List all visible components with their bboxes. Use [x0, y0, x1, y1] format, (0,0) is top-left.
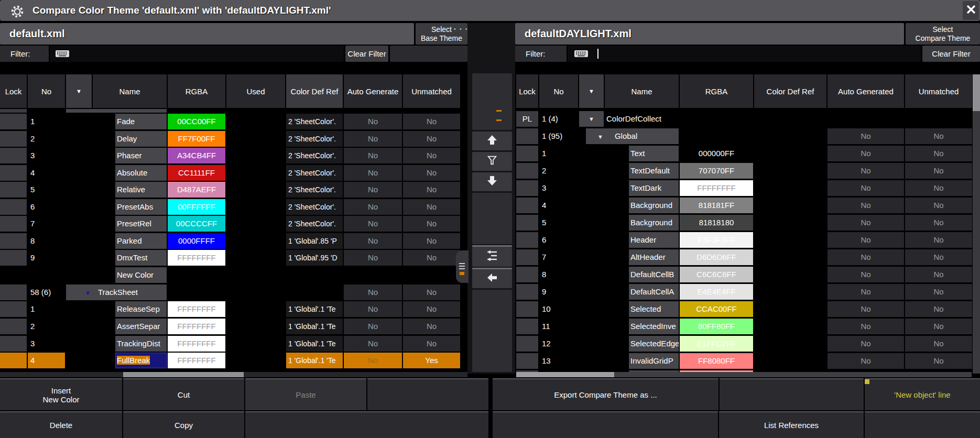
- lock-cell[interactable]: [516, 284, 538, 300]
- base-col-no[interactable]: No: [28, 74, 65, 108]
- unmatched-cell[interactable]: No: [403, 336, 460, 352]
- compare-col-autogenerated[interactable]: Auto Generated: [827, 74, 904, 108]
- rgba-cell[interactable]: FFFFFFFF: [168, 353, 225, 368]
- auto-generated-cell[interactable]: No: [827, 267, 904, 282]
- name-cell[interactable]: AssertSepar: [115, 319, 167, 334]
- rgba-cell[interactable]: F3F3F3FF: [680, 232, 753, 248]
- name-cell[interactable]: AltHeader: [629, 249, 679, 265]
- unmatched-cell[interactable]: No: [403, 319, 460, 334]
- name-cell[interactable]: DefaultCellA: [629, 284, 679, 300]
- lock-cell[interactable]: [516, 301, 538, 317]
- footer-empty-button[interactable]: [367, 378, 488, 410]
- name-cell[interactable]: Delay: [115, 131, 167, 147]
- color-def-ref-cell[interactable]: 2 'SheetColor'.: [286, 114, 343, 129]
- auto-generated-cell[interactable]: No: [827, 284, 904, 300]
- copy-to-left-button[interactable]: [472, 269, 512, 288]
- paste-button[interactable]: Paste: [245, 378, 366, 410]
- auto-generated-cell[interactable]: No: [827, 353, 904, 369]
- name-cell[interactable]: ReleaseSep: [115, 301, 167, 317]
- compare-col-lock[interactable]: Lock: [516, 74, 538, 108]
- lock-cell[interactable]: [0, 284, 27, 300]
- auto-generated-cell[interactable]: No: [344, 148, 402, 163]
- lock-cell[interactable]: [0, 353, 27, 368]
- color-def-ref-cell[interactable]: 1 'Global'.85 'P: [286, 233, 343, 249]
- base-hscrollbar-track[interactable]: [0, 372, 467, 377]
- auto-generated-cell[interactable]: No: [344, 114, 402, 129]
- keyboard-icon[interactable]: [574, 50, 589, 60]
- base-filter-input[interactable]: [50, 46, 344, 62]
- lock-cell[interactable]: [0, 182, 27, 198]
- color-def-ref-cell[interactable]: 2 'SheetColor'.: [286, 148, 343, 163]
- lock-cell[interactable]: [0, 148, 27, 163]
- keyboard-icon[interactable]: [55, 50, 70, 60]
- rgba-cell[interactable]: E1FFC2FF: [680, 336, 753, 352]
- collapse-triangle-icon[interactable]: ▼: [586, 134, 615, 140]
- rgba-cell[interactable]: 00CCCCFF: [168, 216, 225, 232]
- lock-cell[interactable]: [0, 250, 27, 266]
- auto-generated-cell[interactable]: No: [827, 336, 904, 352]
- rgba-cell[interactable]: FFFFFFFF: [168, 250, 225, 266]
- base-col-rgba[interactable]: RGBA: [168, 74, 225, 108]
- lock-cell[interactable]: [516, 267, 538, 282]
- base-hscrollbar-thumb[interactable]: [123, 372, 244, 377]
- select-compare-theme-button[interactable]: Select Compare Theme: [906, 23, 980, 45]
- base-col-autogenerated[interactable]: Auto Generate: [344, 74, 402, 108]
- auto-generated-cell[interactable]: No: [827, 301, 904, 317]
- color-def-ref-cell[interactable]: 2 'SheetColor'.: [286, 182, 343, 198]
- collapse-triangle-icon[interactable]: ▼: [66, 290, 98, 296]
- compare-hscrollbar-track[interactable]: [516, 372, 972, 377]
- auto-generated-cell[interactable]: No: [344, 182, 402, 198]
- auto-generated-cell[interactable]: No: [344, 336, 402, 352]
- unmatched-cell[interactable]: No: [905, 215, 972, 231]
- name-cell[interactable]: Absolute: [115, 165, 167, 181]
- name-cell[interactable]: Header: [629, 232, 679, 248]
- base-col-unmatched[interactable]: Unmatched: [403, 74, 460, 108]
- lock-cell[interactable]: [516, 146, 538, 161]
- lock-cell[interactable]: [0, 233, 27, 249]
- compare-col-filter-dropdown[interactable]: ▼: [579, 74, 604, 108]
- name-cell[interactable]: Fade: [115, 114, 167, 129]
- name-cell[interactable]: TextDark: [629, 180, 679, 196]
- auto-generated-cell[interactable]: No: [827, 198, 904, 213]
- color-def-ref-cell[interactable]: 2 'SheetColor'.: [286, 131, 343, 147]
- name-cell[interactable]: PresetAbs: [115, 199, 167, 215]
- rgba-cell[interactable]: 80FF80FF: [680, 319, 753, 334]
- lock-cell[interactable]: [0, 336, 27, 352]
- collapse-triangle-icon[interactable]: ▼: [579, 111, 604, 127]
- new-object-line-button[interactable]: 'New object' line: [865, 378, 980, 410]
- compare-vscrollbar-thumb[interactable]: [973, 74, 980, 111]
- name-cell[interactable]: DmxTest: [115, 250, 167, 266]
- name-cell[interactable]: Phaser: [115, 148, 167, 163]
- partial-group-row-sliver[interactable]: [66, 109, 167, 113]
- rgba-cell[interactable]: 81818180: [680, 215, 753, 231]
- unmatched-cell[interactable]: No: [403, 199, 460, 215]
- unmatched-cell[interactable]: No: [905, 128, 972, 144]
- root-group-label[interactable]: ColorDefCollect: [606, 111, 722, 127]
- rgba-cell[interactable]: D6D6D6FF: [680, 249, 753, 265]
- insert-new-color-button[interactable]: Insert New Color: [0, 378, 122, 410]
- auto-generated-cell[interactable]: No: [344, 233, 402, 249]
- name-cell[interactable]: Background: [629, 198, 679, 213]
- lock-cell[interactable]: [516, 249, 538, 265]
- base-col-name[interactable]: Name: [93, 74, 167, 108]
- auto-generated-cell[interactable]: No: [827, 146, 904, 161]
- export-compare-theme-button[interactable]: Export Compare Theme as ...: [493, 378, 718, 410]
- color-def-ref-cell[interactable]: 2 'SheetColor'.: [286, 165, 343, 181]
- close-button[interactable]: [963, 1, 979, 20]
- rgba-cell[interactable]: C6C6C6FF: [680, 267, 753, 282]
- unmatched-cell[interactable]: No: [905, 319, 972, 334]
- name-cell[interactable]: InvalidGridP: [629, 353, 679, 369]
- name-cell[interactable]: Relative: [115, 182, 167, 198]
- auto-generated-cell[interactable]: No: [344, 319, 402, 334]
- name-cell[interactable]: TrackingDist: [115, 336, 167, 352]
- unmatched-cell[interactable]: No: [403, 114, 460, 129]
- compare-filter-input[interactable]: [568, 46, 921, 62]
- lock-cell[interactable]: [0, 319, 27, 334]
- rgba-cell[interactable]: 707070FF: [680, 163, 753, 179]
- unmatched-cell[interactable]: No: [403, 182, 460, 198]
- compare-hscrollbar-thumb[interactable]: [516, 372, 614, 377]
- rgba-cell[interactable]: FF8080FF: [680, 353, 753, 369]
- group-row-tracksheet[interactable]: ▼TrackSheet: [66, 284, 167, 300]
- rgba-cell[interactable]: FFFFFFFF: [168, 319, 225, 334]
- base-col-colordefref[interactable]: Color Def Ref: [286, 74, 343, 108]
